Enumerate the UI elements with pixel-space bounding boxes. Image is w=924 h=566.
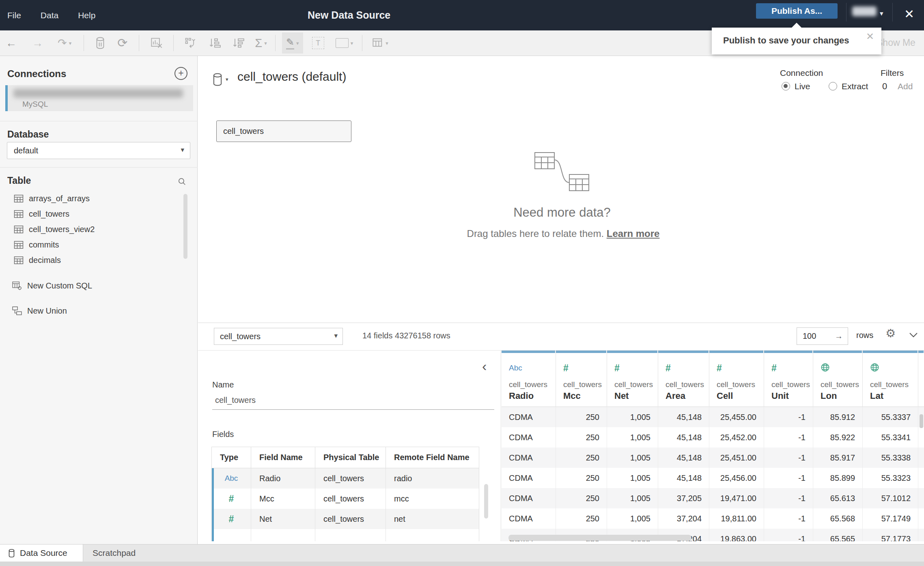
- extract-radio-label[interactable]: Extract: [842, 82, 868, 91]
- database-select[interactable]: default ▾: [7, 142, 190, 159]
- chevron-down-icon[interactable]: ▾: [69, 40, 72, 46]
- sidebar-table-item[interactable]: cell_towers_view2: [0, 222, 187, 237]
- grid-cell: [918, 427, 924, 448]
- text-tool-icon[interactable]: T: [312, 37, 324, 49]
- column-source-label: cell_towers: [821, 380, 859, 389]
- column-source-label: cell_towers: [717, 380, 755, 389]
- grid-cell: [918, 529, 924, 541]
- status-strip: [0, 562, 924, 566]
- chevron-down-icon[interactable]: ▾: [351, 40, 353, 46]
- gear-icon[interactable]: ⚙: [885, 327, 896, 340]
- grid-column-header[interactable]: #cell_towersCell: [709, 350, 764, 407]
- totals-sigma-icon[interactable]: Σ: [255, 37, 262, 49]
- live-radio-label[interactable]: Live: [795, 82, 810, 91]
- close-window-icon[interactable]: ✕: [904, 7, 914, 21]
- column-name-label: Net: [614, 391, 629, 401]
- menu-file[interactable]: File: [7, 11, 21, 20]
- toolbar-divider: [84, 35, 84, 51]
- menu-data[interactable]: Data: [41, 11, 58, 20]
- column-name-label: Cell: [717, 391, 733, 401]
- grid-column-header[interactable]: #cell_towersNet: [607, 350, 658, 407]
- grid-cell: 250: [556, 427, 607, 448]
- replay-icon[interactable]: ↷: [58, 38, 67, 49]
- fields-table-row[interactable]: AbcRadiocell_towersradio: [212, 468, 479, 489]
- extract-radio[interactable]: [829, 82, 837, 90]
- relate-tables-illustration-icon: [531, 150, 592, 194]
- live-radio[interactable]: [782, 82, 790, 90]
- table-section-header: Table: [7, 175, 31, 186]
- learn-more-link[interactable]: Learn more: [607, 228, 660, 239]
- grid-cell: 57.1012: [863, 488, 918, 508]
- column-source-label: cell_towers: [563, 380, 602, 389]
- column-name-label: Area: [666, 391, 685, 401]
- grid-column-header[interactable]: cell_towersLon: [813, 350, 863, 407]
- add-connection-icon[interactable]: +: [174, 67, 187, 80]
- publish-tooltip: Publish to save your changes ✕: [712, 28, 881, 54]
- sidebar-table-item[interactable]: decimals: [0, 252, 187, 268]
- fit-selector-icon[interactable]: [336, 38, 349, 48]
- publish-as-button[interactable]: Publish As...: [756, 3, 838, 19]
- empty-state-title: Need more data?: [448, 205, 676, 220]
- chevron-down-icon[interactable]: ▾: [386, 40, 388, 46]
- grid-column-header[interactable]: #cell_towersMcc: [556, 350, 607, 407]
- sort-ascending-icon[interactable]: [209, 37, 221, 49]
- grid-cell: 250: [556, 508, 607, 529]
- row-accent-bar: [212, 489, 214, 509]
- highlight-tool-button[interactable]: ✎ ▾: [282, 32, 303, 54]
- row-limit-input[interactable]: 100 →: [797, 327, 848, 345]
- clear-sheet-icon[interactable]: [151, 37, 163, 49]
- grid-column-header[interactable]: Abccell_towersRadio: [502, 350, 556, 407]
- grid-vertical-scrollbar[interactable]: [920, 414, 923, 428]
- grid-cell: 57.1773: [863, 529, 918, 541]
- tab-data-source[interactable]: Data Source: [0, 544, 83, 562]
- grid-column-header[interactable]: #cell_towersUnit: [764, 350, 813, 407]
- table-item-label: cell_towers_view2: [29, 225, 95, 234]
- search-icon[interactable]: [177, 177, 186, 187]
- sidebar-table-item[interactable]: arrays_of_arrays: [0, 191, 187, 206]
- sidebar-table-item[interactable]: cell_towers: [0, 206, 187, 222]
- sort-descending-icon[interactable]: [232, 37, 244, 49]
- new-custom-sql-item[interactable]: New Custom SQL: [0, 278, 187, 294]
- apply-row-limit-icon[interactable]: →: [835, 328, 843, 344]
- sidebar-table-item[interactable]: commits: [0, 237, 187, 252]
- field-name-cell: Mcc: [251, 489, 315, 509]
- grid-column-header[interactable]: cell_towersLat: [863, 350, 918, 407]
- user-account-menu[interactable]: [852, 6, 877, 16]
- filters-add-link[interactable]: Add: [898, 82, 913, 91]
- show-me-button[interactable]: Show Me: [877, 37, 915, 48]
- show-mark-labels-icon[interactable]: [372, 37, 383, 49]
- grid-horizontal-scrollbar[interactable]: [508, 535, 691, 541]
- close-icon[interactable]: ✕: [866, 31, 874, 42]
- fields-table-row[interactable]: #Netcell_towersnet: [212, 509, 479, 529]
- chevron-down-icon: ▾: [296, 40, 299, 46]
- grid-cell: [918, 488, 924, 508]
- grid-cell: 250: [556, 407, 607, 427]
- grid-column-header[interactable]: #cell_towersArea: [658, 350, 709, 407]
- collapse-preview-icon[interactable]: [909, 332, 918, 339]
- undo-icon[interactable]: ←: [6, 38, 17, 49]
- datasource-cylinder-icon[interactable]: [212, 73, 223, 88]
- grid-cell: 1,005: [607, 508, 658, 529]
- connections-header: Connections: [7, 68, 66, 80]
- canvas-table-chip[interactable]: cell_towers: [216, 121, 351, 142]
- string-type-icon: Abc: [509, 364, 522, 372]
- redo-icon[interactable]: →: [32, 38, 43, 49]
- fields-table-scrollbar[interactable]: [484, 484, 488, 519]
- collapse-pane-icon[interactable]: ‹: [482, 359, 487, 373]
- fields-table-row[interactable]: #Mcccell_towersmcc: [212, 489, 479, 509]
- name-input[interactable]: cell_towers: [215, 396, 256, 405]
- chevron-down-icon[interactable]: ▾: [226, 76, 228, 82]
- fields-table-row[interactable]: [212, 529, 479, 541]
- new-union-item[interactable]: New Union: [0, 303, 187, 319]
- table-list: arrays_of_arrayscell_towerscell_towers_v…: [0, 191, 187, 268]
- table-list-scrollbar[interactable]: [183, 194, 187, 259]
- chevron-down-icon[interactable]: ▾: [264, 40, 267, 46]
- menu-help[interactable]: Help: [78, 11, 95, 20]
- tab-scratchpad[interactable]: Scratchpad: [93, 544, 136, 562]
- preview-table-select[interactable]: cell_towers ▾: [214, 328, 343, 345]
- swap-rows-columns-icon[interactable]: [184, 37, 196, 49]
- data-source-icon[interactable]: [95, 37, 105, 49]
- connection-item[interactable]: MySQL: [5, 85, 193, 111]
- refresh-icon[interactable]: ⟳: [117, 37, 127, 49]
- remote-field-cell: radio: [386, 468, 479, 489]
